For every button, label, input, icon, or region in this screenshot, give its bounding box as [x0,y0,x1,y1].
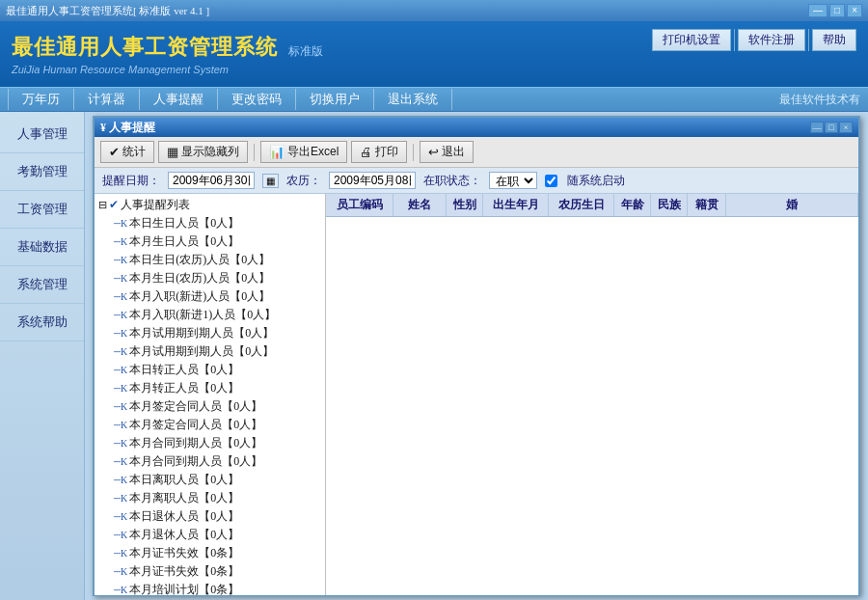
tree-item[interactable]: ─K本月入职(新进1)人员【0人】 [96,306,323,324]
minimize-button[interactable]: — [808,4,827,17]
nav-item-password[interactable]: 更改密码 [218,89,296,110]
tree-check-icon: ─K [114,273,127,284]
tree-item[interactable]: ─K本日生日人员【0人】 [96,214,323,232]
sidebar-item-base-data[interactable]: 基础数据 [0,229,84,266]
help-button[interactable]: 帮助 [812,29,856,51]
stats-button[interactable]: ✔ 统计 [100,141,154,163]
exit-button[interactable]: ↩ 退出 [420,141,474,163]
sidebar-item-attendance[interactable]: 考勤管理 [0,153,84,191]
sidebar-item-payroll[interactable]: 工资管理 [0,191,84,229]
tree-check-icon: ─K [114,585,127,595]
tree-item[interactable]: ─K本月离职人员【0人】 [96,489,323,507]
sidebar-item-sys-mgmt[interactable]: 系统管理 [0,266,84,304]
tree-panel: ⊟ ✔ 人事提醒列表 ─K本日生日人员【0人】─K本月生日人员【0人】─K本日生… [95,194,326,595]
title-bar: 最佳通用人事工资管理系统[ 标准版 ver 4.1 ] — □ × [0,0,868,21]
tree-check-icon: ─K [114,511,127,522]
calendar-button[interactable]: ▦ [262,174,279,188]
lunar-date-input[interactable] [329,172,416,189]
tree-item[interactable]: ─K本月合同到期人员【0人】 [96,434,323,452]
tree-item[interactable]: ─K本月退休人员【0人】 [96,526,323,544]
toolbar-sep-2 [413,144,414,161]
tree-item[interactable]: ─K本日转正人员【0人】 [96,361,323,379]
dialog-minimize-button[interactable]: — [810,122,824,133]
tree-item[interactable]: ─K本日生日(农历)人员【0人】 [96,251,323,269]
content-area: ¥ 人事提醒 — □ × ✔ 统计 ▦ 显示隐藏列 📊 导出Excel [85,112,868,600]
tree-check-icon: ─K [114,401,127,412]
nav-item-reminder[interactable]: 人事提醒 [140,89,218,110]
toggle-hidden-button[interactable]: ▦ 显示隐藏列 [158,141,248,163]
status-select[interactable]: 在职 离职 全部 [489,172,537,189]
close-button[interactable]: × [847,4,862,17]
tree-item[interactable]: ─K本日退休人员【0人】 [96,507,323,526]
toggle-icon: ▦ [167,145,178,159]
tree-expand-icon: ⊟ [98,199,107,211]
tree-item[interactable]: ─K本月生日人员【0人】 [96,232,323,251]
title-bar-controls: — □ × [808,4,862,17]
reminder-date-input[interactable] [168,172,255,189]
tree-check-icon: ─K [114,530,127,540]
tree-item[interactable]: ─K本月生日(农历)人员【0人】 [96,269,323,287]
nav-item-switch-user[interactable]: 切换用户 [296,89,374,110]
print-button[interactable]: 🖨 打印 [351,141,407,163]
nav-item-calculator[interactable]: 计算器 [74,89,140,110]
col-header-birth: 出生年月 [483,194,549,216]
tree-item[interactable]: ─K本月合同到期人员【0人】 [96,452,323,471]
date-label: 提醒日期： [102,173,160,189]
tree-check-icon: ─K [114,218,127,229]
tree-item[interactable]: ─K本月入职(新进)人员【0人】 [96,287,323,306]
col-header-age: 年龄 [614,194,651,216]
header-sep-1 [734,29,735,51]
tree-root[interactable]: ⊟ ✔ 人事提醒列表 [96,196,323,214]
tree-item[interactable]: ─K本月证书失效【0条】 [96,562,323,581]
header-sep-2 [808,29,809,51]
tree-items-container: ─K本日生日人员【0人】─K本月生日人员【0人】─K本日生日(农历)人员【0人】… [96,214,323,595]
tree-item[interactable]: ─K本月转正人员【0人】 [96,379,323,397]
tree-item[interactable]: ─K本月签定合同人员【0人】 [96,397,323,416]
toolbar-sep-1 [254,144,255,161]
nav-item-calendar[interactable]: 万年历 [8,89,74,110]
tree-item[interactable]: ─K本月证书失效【0条】 [96,544,323,562]
app-title-en: ZuiJia Human Resource Management System [12,64,856,75]
exit-icon: ↩ [428,145,439,159]
print-icon: 🖨 [360,145,372,159]
export-excel-button[interactable]: 📊 导出Excel [260,141,347,163]
auto-start-label: 随系统启动 [567,173,625,189]
dialog-close-button[interactable]: × [839,122,853,133]
dialog-maximize-button[interactable]: □ [825,122,838,133]
tree-check-icon: ─K [114,493,127,504]
tree-check-icon: ─K [114,438,127,449]
col-header-lunar: 农历生日 [549,194,614,216]
tree-item[interactable]: ─K本月培训计划【0条】 [96,581,323,595]
tree-item[interactable]: ─K本月试用期到期人员【0人】 [96,324,323,342]
tree-check-icon: ─K [114,566,127,577]
nav-item-exit[interactable]: 退出系统 [374,89,452,110]
sidebar-item-sys-help[interactable]: 系统帮助 [0,304,84,341]
auto-start-checkbox[interactable] [545,175,557,187]
register-button[interactable]: 软件注册 [738,29,805,51]
sidebar-item-hr[interactable]: 人事管理 [0,116,84,153]
col-header-id: 员工编码 [326,194,393,216]
tree-check-icon: ─K [114,310,127,320]
grid-panel: 员工编码 姓名 性别 出生年月 农历生日 年龄 民族 籍贯 婚 [326,194,858,595]
maximize-button[interactable]: □ [829,4,845,17]
col-header-gender: 性别 [447,194,483,216]
col-header-ethnic: 民族 [651,194,688,216]
dialog-title-bar: ¥ 人事提醒 — □ × [95,118,858,137]
print-setup-button[interactable]: 打印机设置 [652,29,731,51]
tree-item[interactable]: ─K本日离职人员【0人】 [96,471,323,489]
nav-bar: 万年历 计算器 人事提醒 更改密码 切换用户 退出系统 最佳软件技术有 [0,87,868,112]
nav-company: 最佳软件技术有 [779,92,860,108]
sidebar: 人事管理 考勤管理 工资管理 基础数据 系统管理 系统帮助 [0,112,85,600]
dialog-body: ⊟ ✔ 人事提醒列表 ─K本日生日人员【0人】─K本月生日人员【0人】─K本日生… [95,194,858,595]
tree-check-icon: ─K [114,328,127,339]
header-buttons: 打印机设置 软件注册 帮助 [652,29,856,51]
header: 最佳通用人事工资管理系统 标准版 ZuiJia Human Resource M… [0,21,868,87]
tree-check-icon: ─K [114,291,127,302]
dialog-title-text: ¥ 人事提醒 [100,120,809,136]
col-header-name: 姓名 [393,194,447,216]
tree-item[interactable]: ─K本月试用期到期人员【0人】 [96,342,323,361]
filter-row: 提醒日期： ▦ 农历： 在职状态： 在职 离职 全部 随系统启动 [95,168,858,194]
dialog-toolbar: ✔ 统计 ▦ 显示隐藏列 📊 导出Excel 🖨 打印 [95,137,858,168]
tree-item[interactable]: ─K本月签定合同人员【0人】 [96,416,323,434]
grid-body [326,217,858,595]
